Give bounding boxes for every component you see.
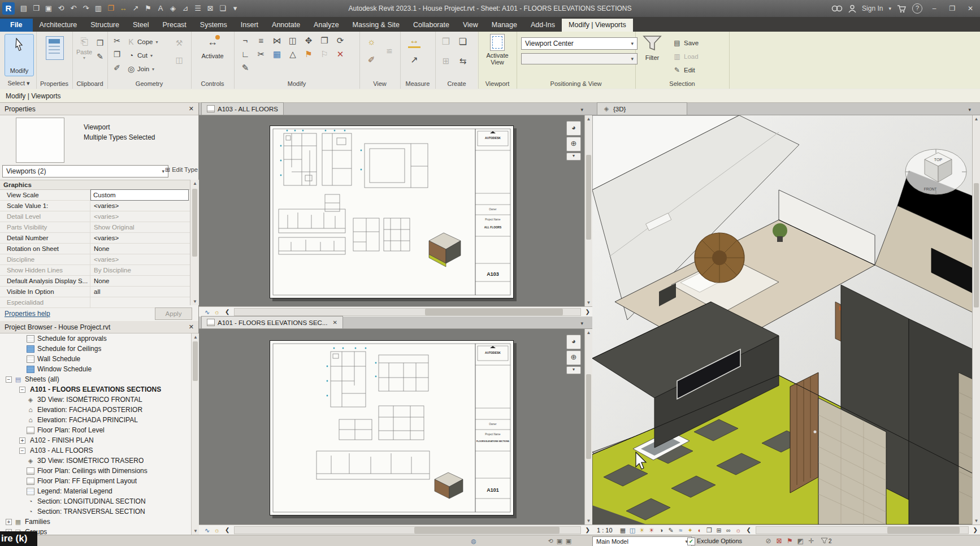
insert-views-icon[interactable]: ⇆ <box>457 55 469 67</box>
tree-item[interactable]: A101 - FLOORS ELEVATIONS SECTIONS <box>0 384 191 395</box>
activate-dimensions-button[interactable]: ↔ Activate <box>199 36 226 59</box>
view-scale-label[interactable]: 1 : 10 <box>592 527 617 534</box>
sun-path-icon[interactable]: ☀ <box>638 526 647 535</box>
tree-item[interactable]: Elevation: FACHADA POSTERIOR <box>0 405 191 415</box>
project-browser-header[interactable]: Project Browser - House Project.rvt ✕ <box>0 321 198 333</box>
thin-lines-icon[interactable]: ☰ <box>192 3 203 14</box>
customize-qat-icon[interactable]: ▾ <box>229 3 241 14</box>
3d-view-tab[interactable]: {3D} <box>597 102 687 115</box>
array-icon[interactable]: ▦ <box>269 47 285 61</box>
close-button[interactable]: ✕ <box>964 5 977 12</box>
tree-item[interactable]: Floor Plan: Ceilings with Dimensions <box>0 466 191 476</box>
linework-icon[interactable]: ≌ <box>383 45 396 57</box>
panel-label-selection[interactable]: Selection <box>635 80 729 87</box>
activate-view-button[interactable]: Activate View <box>484 34 511 66</box>
save-selection-button[interactable]: ▤Save <box>673 37 699 49</box>
select-by-face-icon[interactable]: ◩ <box>795 537 806 545</box>
split-face-icon[interactable]: ◫ <box>173 54 185 66</box>
section-icon[interactable]: ⊿ <box>180 3 191 14</box>
rotate-icon[interactable]: ⟳ <box>332 34 348 47</box>
3d-vscrollbar[interactable]: ▲▼ <box>972 115 980 525</box>
property-row[interactable]: View Scale Custom <box>0 190 190 201</box>
file-window-icon[interactable]: ▤ <box>18 3 29 14</box>
exclude-options-checkbox[interactable]: ✓ <box>687 538 695 545</box>
modify-button[interactable]: Modify <box>5 34 34 76</box>
editable-only-icon[interactable]: ⟲ <box>546 538 555 545</box>
graphics-category-header[interactable]: Graphics <box>0 180 190 190</box>
minimize-button[interactable]: – <box>928 5 940 12</box>
save-icon[interactable]: ▣ <box>43 3 54 14</box>
offset-icon[interactable]: ≡ <box>253 34 269 47</box>
status-center-icon[interactable]: ◍ <box>469 538 478 545</box>
panel-label-viewport[interactable]: Viewport <box>478 80 517 87</box>
search-icon[interactable] <box>831 5 843 12</box>
paste-button[interactable]: ⎗ Paste▾ <box>76 35 93 60</box>
a103-hscrollbar[interactable] <box>234 308 580 316</box>
tree-item[interactable]: Section: LONGITUDINAL SECTION <box>0 496 191 506</box>
override-graphics-icon[interactable]: ✐ <box>365 54 378 66</box>
tag-icon[interactable]: ⚑ <box>142 3 154 14</box>
reveal-hidden-elements-icon[interactable]: ☼ <box>212 307 222 317</box>
tree-item[interactable]: 3D View: ISOMÉTRICO FRONTAL <box>0 395 191 405</box>
ribbon-tab[interactable]: Annotate <box>265 19 307 32</box>
join-button[interactable]: ◎Join <box>127 63 154 75</box>
select-pinned-icon[interactable]: ⚑ <box>784 537 795 545</box>
zoom-tool-icon[interactable]: ⊕ <box>566 350 581 365</box>
scale-icon[interactable]: △ <box>285 47 301 61</box>
property-row[interactable]: Show Hidden Lines By Discipline <box>0 265 190 276</box>
viewport-secondary-combo[interactable] <box>521 53 638 64</box>
workset-status-icon[interactable]: ▣ <box>555 538 564 545</box>
selection-filter-button[interactable]: 2 <box>821 538 832 544</box>
drag-on-selection-icon[interactable]: ✛ <box>806 537 817 545</box>
3d-scroll-right-icon[interactable]: ❯ <box>971 527 980 533</box>
panel-label-modify[interactable]: Modify <box>234 80 359 87</box>
cut-geometry-icon[interactable]: ✂ <box>111 35 123 46</box>
split-element-icon[interactable]: ✂ <box>253 47 269 61</box>
ribbon-tab[interactable]: Architecture <box>33 19 84 32</box>
tree-expander[interactable] <box>6 519 12 525</box>
tree-item[interactable]: Floor Plan: FF Equipment Layout <box>0 476 191 486</box>
tree-item[interactable]: 3D View: ISOMÉTRICO TRASERO <box>0 456 191 466</box>
measure-between-references-icon[interactable]: ↔ <box>408 35 420 48</box>
pin-icon[interactable]: ⚑ <box>301 47 316 61</box>
undo-icon[interactable]: ↶ <box>68 3 79 14</box>
mirror-pick-axis-icon[interactable]: ⋈ <box>269 34 285 47</box>
ribbon-tab[interactable]: Steel <box>126 19 156 32</box>
panel-label-properties[interactable]: Properties <box>36 80 72 87</box>
ribbon-tab[interactable]: Precast <box>155 19 193 32</box>
move-icon[interactable]: ✥ <box>301 34 316 47</box>
crop-view-icon[interactable]: ❒ <box>705 526 714 535</box>
help-icon[interactable]: ? <box>912 3 922 14</box>
aligned-dimension-icon[interactable]: ↗ <box>130 3 141 14</box>
temporary-hide-isolate-icon[interactable]: ∞ <box>724 526 734 535</box>
tree-expander[interactable] <box>19 437 25 444</box>
navbar-more-icon[interactable]: ▾ <box>566 153 581 161</box>
a103-vscrollbar[interactable]: ▲▼ <box>584 115 592 306</box>
sign-in-button[interactable]: Sign In <box>862 5 883 12</box>
3d-hscrollbar[interactable] <box>756 526 969 534</box>
ribbon-tab[interactable]: Massing & Site <box>346 19 406 32</box>
navbar-more-icon[interactable]: ▾ <box>566 366 581 374</box>
account-icon[interactable] <box>848 5 856 13</box>
select-underlay-icon[interactable]: ⊠ <box>774 537 784 545</box>
sign-in-dropdown-icon[interactable]: ▾ <box>888 6 891 11</box>
property-row[interactable]: Rotation on Sheet None <box>0 244 190 254</box>
zoom-tool-icon[interactable]: ⊕ <box>566 137 581 151</box>
viewport-position-combo[interactable]: Viewport Center <box>521 37 638 50</box>
hide-elements-icon[interactable]: ☼ <box>365 36 378 47</box>
type-preview-thumbnail[interactable] <box>16 118 64 163</box>
tree-item[interactable]: Window Schedule <box>0 364 191 374</box>
demolish-icon[interactable]: ⚒ <box>173 37 185 49</box>
detail-level-icon[interactable]: ▦ <box>618 526 628 535</box>
3d-canvas[interactable]: TOP FRONT ▲▼ <box>592 115 980 525</box>
tree-expander[interactable] <box>6 376 12 383</box>
a103-view-tab[interactable]: A103 - ALL FLOORS <box>201 102 284 115</box>
steering-wheel-icon[interactable]: ◕ <box>566 121 581 136</box>
edit-type-button[interactable]: ⊞ Edit Type <box>165 166 198 174</box>
a101-tab-close-icon[interactable]: ✕ <box>333 319 337 326</box>
lighting-icon[interactable]: ✦ <box>686 526 695 535</box>
apply-button[interactable]: Apply <box>155 307 192 320</box>
browser-scrollbar[interactable]: ▲▼ <box>191 333 200 535</box>
property-row[interactable]: Detail Number <varies> <box>0 233 190 244</box>
sketchy-lines-icon[interactable]: ✎ <box>666 526 676 535</box>
